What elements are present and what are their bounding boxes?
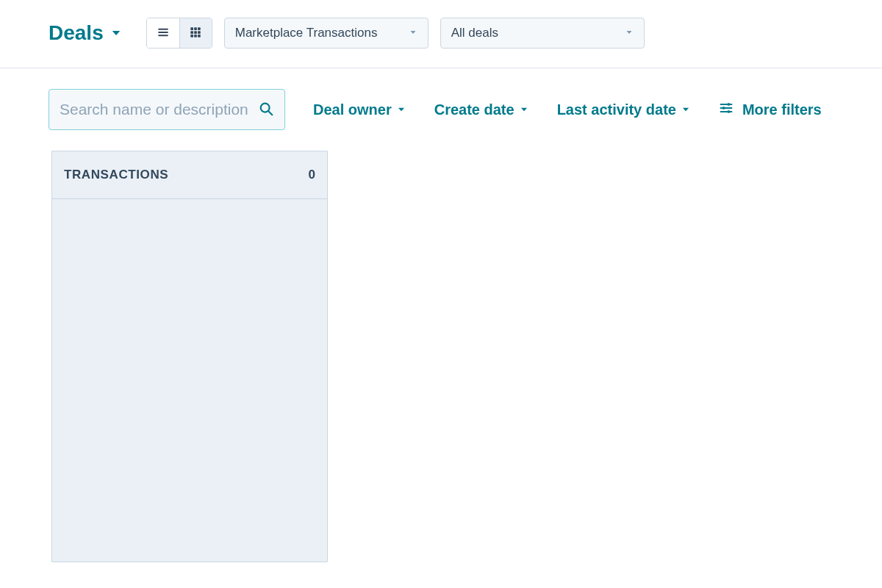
page-title-text: Deals: [49, 21, 104, 45]
svg-rect-18: [723, 107, 725, 109]
svg-rect-10: [194, 35, 197, 37]
caret-down-icon: [396, 101, 406, 118]
svg-rect-11: [198, 35, 201, 37]
pipeline-select[interactable]: Marketplace Transactions: [224, 18, 429, 49]
svg-rect-19: [728, 110, 730, 112]
svg-rect-7: [194, 31, 197, 34]
create-date-filter[interactable]: Create date: [434, 101, 529, 118]
search-icon: [258, 101, 274, 119]
list-icon: [157, 26, 170, 41]
page-title-dropdown[interactable]: Deals: [49, 21, 123, 45]
create-date-filter-label: Create date: [434, 101, 514, 118]
svg-rect-9: [190, 35, 193, 37]
kanban-column-header: TRANSACTIONS 0: [52, 151, 327, 199]
svg-rect-3: [190, 27, 193, 30]
view-toggle: [146, 18, 212, 49]
deal-owner-filter-label: Deal owner: [313, 101, 392, 118]
kanban-column-title: TRANSACTIONS: [64, 168, 168, 182]
svg-line-13: [268, 111, 272, 115]
page-header: Deals: [0, 0, 882, 68]
search-input[interactable]: [49, 90, 286, 129]
svg-rect-4: [194, 27, 197, 30]
svg-rect-0: [158, 28, 168, 29]
board-view-button[interactable]: [179, 18, 212, 48]
saved-filter-value: All deals: [451, 26, 498, 40]
saved-filter-select[interactable]: All deals: [440, 18, 645, 49]
svg-rect-6: [190, 31, 193, 34]
caret-down-icon: [681, 101, 691, 118]
kanban-board: TRANSACTIONS 0: [0, 130, 882, 562]
list-view-button[interactable]: [147, 18, 179, 48]
caret-down-icon: [625, 26, 634, 40]
more-filters-label: More filters: [742, 101, 822, 118]
deal-owner-filter[interactable]: Deal owner: [313, 101, 406, 118]
grid-icon: [189, 26, 202, 41]
svg-rect-8: [198, 31, 201, 34]
last-activity-filter-label: Last activity date: [557, 101, 676, 118]
pipeline-select-value: Marketplace Transactions: [235, 26, 378, 40]
svg-rect-1: [158, 31, 168, 32]
last-activity-filter[interactable]: Last activity date: [557, 101, 691, 118]
search-button[interactable]: [254, 97, 279, 122]
caret-down-icon: [519, 101, 529, 118]
kanban-column-count: 0: [309, 168, 315, 182]
more-filters-button[interactable]: More filters: [719, 101, 822, 119]
filter-bar: Deal owner Create date Last activity dat…: [0, 68, 882, 130]
caret-down-icon: [110, 21, 123, 45]
caret-down-icon: [409, 26, 417, 40]
svg-rect-5: [198, 27, 201, 30]
sliders-icon: [719, 101, 738, 119]
svg-rect-2: [158, 35, 168, 36]
svg-rect-17: [728, 103, 730, 105]
search-field-wrap: [49, 89, 285, 130]
kanban-column[interactable]: TRANSACTIONS 0: [51, 151, 328, 562]
